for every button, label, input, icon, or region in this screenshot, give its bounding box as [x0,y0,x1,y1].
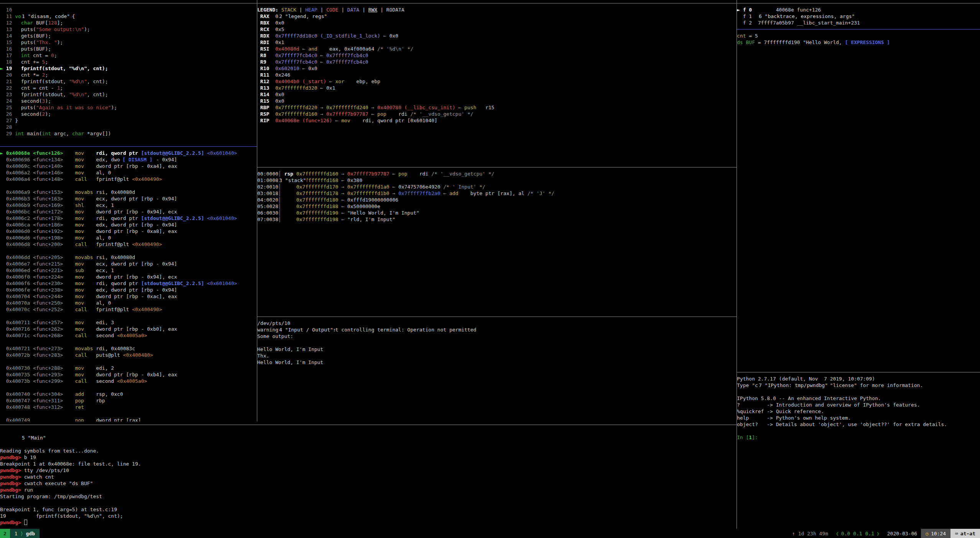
pane-backtrace-expressions[interactable]: 6 "backtrace, expressions, args" ► f 0 4… [737,0,980,369]
text-segment: = 5 [746,33,758,39]
text-segment: mov [63,274,96,280]
text-segment: ); [45,111,51,117]
uptime-indicator: ↑ 1d 23h 49m [788,529,832,538]
text-segment: second( [15,98,42,104]
text-segment [24,520,27,525]
pane-border-top: 2 "legend, regs" [257,0,737,7]
text-segment: dword ptr [rbp - 0xa8], eax [96,228,177,234]
text-segment: 0x4006d6 <func+198> [0,235,63,241]
text-segment: char [72,131,84,136]
pane-ipython[interactable]: 7 "IPython: tmp/pwndbg" Python 2.7.17 (d… [737,369,980,529]
text-segment: ; [60,85,63,91]
text-segment: movabs [63,254,96,260]
text-segment: ← [455,105,464,110]
terminal-line: RSP 0x7fffffffd160 → 0x7ffff7b97787 ← po… [257,111,737,117]
text-segment: , cnt); [87,92,108,97]
text-segment: ← [389,184,398,190]
terminal-line: 27 } [0,117,257,124]
tmux-window-index: 1 [15,530,18,537]
text-segment: Breakpoint 1 at 0x40068e: file test.c, l… [0,461,141,467]
terminal-line: 29 int main(int argc, char *argv[]) [0,130,257,137]
text-segment: gets(BUF); [15,33,51,39]
text-segment: 05:0028 [257,203,278,209]
text-segment: call [63,352,96,358]
text-segment: mov [63,235,96,241]
text-segment: 21 [0,79,15,84]
text-segment: Hello World, I'm Input [257,359,323,365]
text-segment: | [359,7,368,13]
text-segment: 03:0018 [257,190,278,196]
terminal-line [0,339,257,345]
text-segment: call [63,241,96,247]
pane-stack[interactable]: 3 "stack" 00:0000│ rsp 0x7fffffffd160 → … [257,164,737,313]
pane-title: 7 "IPython: tmp/pwndbg" [758,382,829,389]
terminal-line: 0x400735 <func+293> mov dword ptr [rbp -… [0,371,257,378]
text-segment: ? -> Introduction and overview of IPytho… [737,402,920,408]
text-segment: 0x4006b9 <func+169> [0,202,63,208]
terminal-line: 0x4006ed <func+221> sub ecx, 1 [0,267,257,274]
pane-disasm-code[interactable]: 1 "disasm, code" 10 11 void func(int arg… [0,0,257,422]
text-segment: "rld, I'm Input" [347,217,395,222]
text-segment: 17 [0,52,15,58]
text-segment: "Again as it was so nice" [36,105,111,110]
text-segment: Starting program: /tmp/pwndbg/test [0,494,102,499]
text-segment: ]; [57,20,63,26]
terminal-line: 20 cnt *= 2; [0,72,257,78]
clock-icon: ◷ [926,530,929,537]
terminal-line: RCX 0x5 [257,26,737,33]
text-segment: 0x400740 <func+304> [0,391,63,397]
tmux-session-badge[interactable]: 2 [0,529,10,538]
text-segment: pop [377,111,386,117]
text-segment: RDX [257,33,272,39]
text-segment [281,190,296,196]
text-segment: 19 fprintf(stdout, "%d\n", cnt); [6,66,108,71]
text-segment: 0x380 [347,177,362,183]
tmux-window-tab[interactable]: 1 ⟩ gdb [10,529,39,538]
text-segment: │ [278,210,281,216]
text-segment: RIP [257,118,272,123]
text-segment: , cnt); [87,79,108,84]
text-segment: ← [326,79,335,84]
terminal-line: R13 0x7fffffffd320 ← 0x1 [257,85,737,91]
text-segment [281,184,296,190]
text-segment: edi, 2 [96,365,114,371]
terminal-line: 0x4006b9 <func+169> shl ecx, 1 [0,202,257,208]
text-segment [272,66,275,71]
text-segment: tty /dev/pts/10 [24,467,69,473]
terminal-line: 17 int cnt = 0; [0,52,257,59]
text-segment: 0x400704 <func+244> [0,294,63,299]
text-segment: Hello World, I'm Input [257,346,323,352]
text-segment: and [308,46,317,52]
text-segment: ► [0,66,6,71]
pane-legend-regs[interactable]: 2 "legend, regs" LEGEND: STACK | HEAP | … [257,0,737,164]
terminal-line: 00:0000│ rsp 0x7fffffffd160 → 0x7ffff7b9… [257,171,737,177]
text-segment: int [15,131,24,136]
terminal-line [0,182,257,189]
text-segment: 0x0 [389,33,398,39]
terminal-line [257,340,737,346]
registers-listing: LEGEND: STACK | HEAP | CODE | DATA | RWX… [257,7,737,124]
text-segment: ← [368,111,377,117]
text-segment: 0x7ffff7dd18c0 (_IO_stdfile_1_lock) [275,33,380,39]
text-segment: 0x4006bc <func+172> [0,209,63,215]
text-segment: mov [341,118,350,123]
terminal-line [737,389,980,395]
text-segment: 0x7ffff7fcb4c0 [326,52,368,58]
text-segment: 0x7fffffffd1b0 [347,190,390,196]
terminal-line: 0x400711 <func+257> mov edi, 3 [0,319,257,326]
terminal-line: ? -> Introduction and overview of IPytho… [737,402,980,408]
stack-listing: 00:0000│ rsp 0x7fffffffd160 → 0x7ffff7b9… [257,171,737,223]
text-segment [272,59,275,65]
text-segment: 0x40070c <func+252> [0,307,63,312]
pane-input-output[interactable]: 4 "Input / Output" /dev/pts/10warning: G… [257,313,737,422]
terminal-line: 0x400716 <func+262> mov dword ptr [rbp -… [0,326,257,332]
terminal-line: Thx. [257,353,737,359]
terminal-line: Starting program: /tmp/pwndbg/test [0,493,737,500]
terminal-line: 0x40071c <func+268> call second <0x4005a… [0,332,257,339]
text-segment [272,105,275,110]
terminal: 1 "disasm, code" 10 11 void func(int arg… [0,0,980,538]
text-segment [272,111,275,117]
pane-main-gdb[interactable]: 5 "Main" Reading symbols from test...don… [0,422,737,529]
terminal-line: 14 gets(BUF); [0,33,257,39]
terminal-line: 0x40073b <func+299> call second <0x4005a… [0,378,257,384]
